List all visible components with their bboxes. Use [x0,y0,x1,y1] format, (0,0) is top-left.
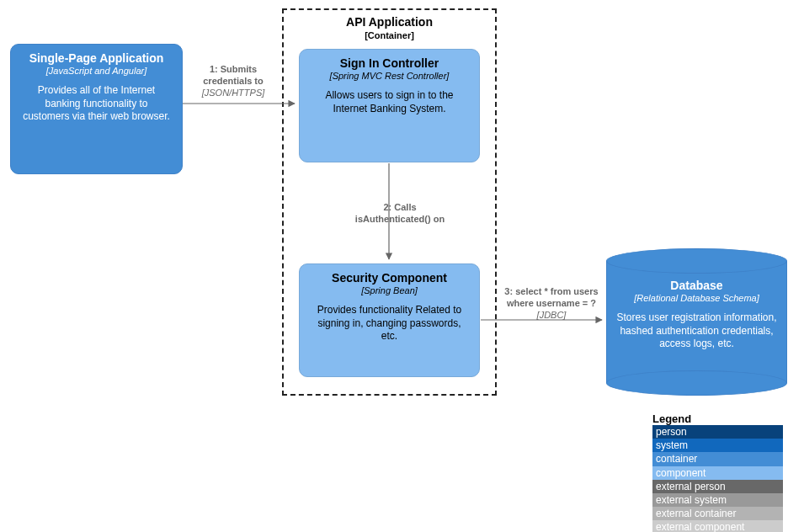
spa-desc: Provides all of the Internet banking fun… [21,84,172,124]
single-page-application-box: Single-Page Application [JavaScript and … [10,44,183,174]
signin-tech: [Spring MVC Rest Controller] [310,71,469,81]
edge-1-label: 1: Submits credentials to [JSON/HTTPS] [187,64,280,98]
boundary-title: API Application [284,15,495,29]
legend-row-external-system: external system [652,493,783,507]
legend-row-system: system [652,439,783,452]
security-tech: [Spring Bean] [310,285,469,295]
security-component-box: Security Component [Spring Bean] Provide… [299,263,480,377]
security-desc: Provides functionality Related to signin… [310,304,469,343]
security-title: Security Component [310,271,469,285]
database-cylinder: Database [Relational Database Schema] St… [606,248,787,396]
legend-row-external-component: external component [652,520,783,532]
legend-row-container: container [652,452,783,466]
edge-2-label: 2: Calls isAuthenticated() on [333,202,467,226]
legend-row-external-person: external person [652,480,783,493]
legend-title: Legend [652,412,783,425]
signin-desc: Allows users to sign in to the Internet … [310,89,469,115]
legend-row-component: component [652,466,783,480]
edge-3-label: 3: select * from users where username = … [484,286,619,321]
signin-title: Sign In Controller [310,56,469,70]
legend-row-external-container: external container [652,507,783,520]
legend: Legend personsystemcontainercomponentext… [652,412,783,532]
spa-title: Single-Page Application [21,51,172,65]
database-desc: Stores user registration information, ha… [615,311,779,351]
sign-in-controller-box: Sign In Controller [Spring MVC Rest Cont… [299,49,480,162]
spa-tech: [JavaScript and Angular] [21,66,172,76]
legend-row-person: person [652,425,783,439]
database-tech: [Relational Database Schema] [615,293,779,303]
boundary-subtitle: [Container] [284,30,495,40]
database-title: Database [615,279,779,292]
